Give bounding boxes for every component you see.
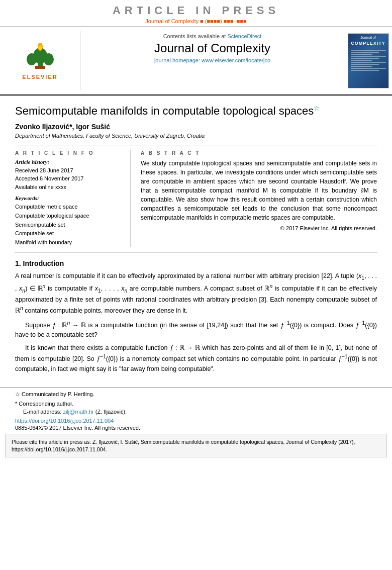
keyword-5: Manifold with boundary	[15, 238, 124, 247]
footer-notes: ☆ Communicated by P. Hertling. * Corresp…	[0, 387, 392, 416]
abstract-section-title: A B S T R A C T	[141, 150, 377, 156]
homepage-link[interactable]: www.elsevier.com/locate/jco	[202, 57, 270, 63]
article-history-dates: Received 28 June 2017 Accepted 6 Novembe…	[15, 166, 124, 192]
email-label: E-mail address: zilj@math.hr (Z. Iljazov…	[15, 409, 127, 415]
introduction-section-title: 1. Introduction	[15, 259, 377, 267]
journal-cover: Journal of COMPLEXITY	[344, 31, 392, 90]
article-in-press-banner: ARTICLE IN PRESS Journal of Complexity ■…	[0, 0, 392, 27]
keywords-list: Computable metric space Computable topol…	[15, 203, 124, 247]
article-title: Semicomputable manifolds in computable t…	[15, 104, 377, 119]
keyword-3: Semicomputable set	[15, 221, 124, 230]
elsevier-emblem-icon	[18, 42, 63, 72]
aip-text: ARTICLE IN PRESS	[0, 4, 392, 17]
keyword-2: Computable topological space	[15, 212, 124, 221]
issn-line: 0885-064X/© 2017 Elsevier Inc. All right…	[0, 425, 392, 431]
info-section-title: A R T I C L E I N F O	[15, 150, 124, 156]
abstract-text: We study computable topological spaces a…	[141, 159, 377, 222]
main-content: Semicomputable manifolds in computable t…	[0, 96, 392, 382]
authors: Zvonko Iljazović*, Igor Sušić	[15, 123, 377, 131]
title-star-icon: ☆	[314, 104, 320, 112]
star-footnote: ☆ Communicated by P. Hertling.	[15, 391, 377, 398]
abstract-copyright: © 2017 Elsevier Inc. All rights reserved…	[141, 225, 377, 231]
journal-homepage: journal homepage: www.elsevier.com/locat…	[90, 57, 334, 63]
journal-center: Contents lists available at ScienceDirec…	[80, 31, 344, 90]
svg-point-2	[27, 53, 37, 65]
doi-line[interactable]: https://doi.org/10.1016/j.jco.2017.11.00…	[0, 418, 392, 424]
svg-point-6	[39, 45, 42, 50]
intro-paragraph-1: A real number is computable if it can be…	[15, 271, 377, 316]
elsevier-label: ELSEVIER	[22, 74, 57, 80]
svg-rect-4	[35, 66, 45, 69]
journal-title: Journal of Complexity	[90, 41, 334, 55]
cover-decorative-lines	[351, 49, 386, 72]
contents-line: Contents lists available at ScienceDirec…	[90, 33, 334, 39]
intro-paragraph-3: It is known that there exists a computab…	[15, 343, 377, 374]
cover-image: Journal of COMPLEXITY	[348, 33, 389, 88]
elsevier-logo: ELSEVIER	[0, 31, 80, 90]
intro-paragraph-2: Suppose ƒ : ℝn → ℝ is a computable funct…	[15, 319, 377, 340]
email-link[interactable]: zilj@math.hr	[63, 409, 93, 415]
keyword-1: Computable metric space	[15, 203, 124, 212]
article-info-abstract: A R T I C L E I N F O Article history: R…	[15, 145, 377, 252]
citation-box: Please cite this article in press as: Z.…	[5, 434, 387, 457]
affiliation: Department of Mathematics, Faculty of Sc…	[15, 133, 377, 139]
sciencedirect-link[interactable]: ScienceDirect	[227, 33, 261, 39]
abstract-section: A B S T R A C T We study computable topo…	[141, 150, 377, 247]
header-area: ELSEVIER Contents lists available at Sci…	[0, 27, 392, 96]
article-info-column: A R T I C L E I N F O Article history: R…	[15, 150, 131, 247]
cover-top-text: Journal of	[360, 36, 376, 40]
keyword-4: Computable set	[15, 229, 124, 238]
journal-ref-line: Journal of Complexity ■ (■■■■) ■■■–■■■	[0, 18, 392, 24]
cover-complexity-text: COMPLEXITY	[351, 41, 385, 46]
svg-point-3	[44, 53, 54, 65]
article-history-label: Article history:	[15, 159, 124, 165]
corresponding-footnote: * Corresponding author. E-mail address: …	[15, 400, 377, 416]
keywords-label: Keywords:	[15, 195, 124, 201]
